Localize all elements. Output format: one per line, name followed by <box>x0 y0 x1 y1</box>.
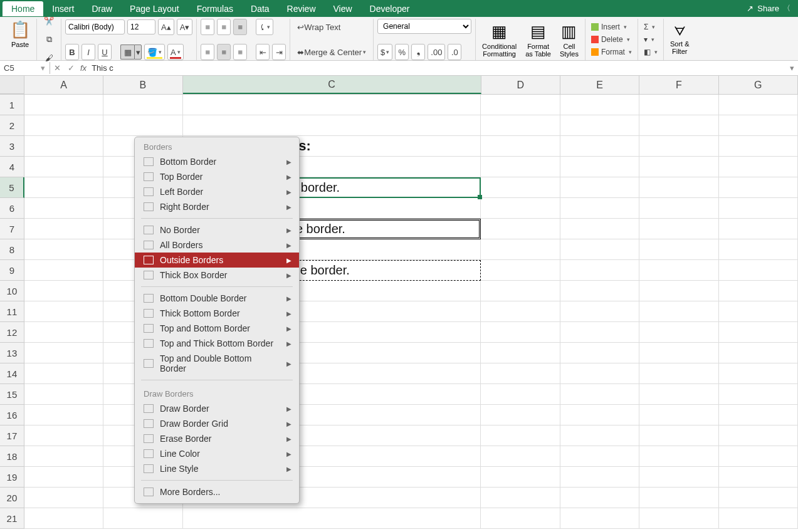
cancel-formula-button[interactable]: ✕ <box>50 63 64 73</box>
cell-F18[interactable] <box>639 446 718 467</box>
cell-G7[interactable] <box>719 219 798 239</box>
cell-A1[interactable] <box>24 95 103 115</box>
cell-E15[interactable] <box>560 384 639 405</box>
cell-D3[interactable] <box>481 136 560 157</box>
underline-button[interactable]: U <box>98 44 112 60</box>
cell-E3[interactable] <box>560 136 639 157</box>
column-header-F[interactable]: F <box>639 76 718 94</box>
cell-E4[interactable] <box>560 157 639 177</box>
cell-E11[interactable] <box>560 301 639 322</box>
cell-A12[interactable] <box>24 322 103 343</box>
wrap-text-button[interactable]: ↩ Wrap Text <box>294 19 344 35</box>
formula-content[interactable]: This c <box>89 63 113 73</box>
border-menu-item-bottom-double-border[interactable]: Bottom Double Border▶ <box>135 291 299 306</box>
format-as-table-button[interactable]: ▤ Format as Table <box>523 21 554 59</box>
decrease-decimal-button[interactable]: .0 <box>448 44 461 60</box>
column-header-D[interactable]: D <box>481 76 560 94</box>
cell-E5[interactable] <box>560 177 639 198</box>
cell-G8[interactable] <box>719 239 798 260</box>
cell-A13[interactable] <box>24 343 103 363</box>
fill-button[interactable]: ▾▾ <box>642 34 659 45</box>
cell-A17[interactable] <box>24 425 103 446</box>
borders-button[interactable]: ▦ <box>120 44 134 60</box>
column-header-C[interactable]: C <box>183 76 481 94</box>
row-header-14[interactable]: 14 <box>0 363 24 384</box>
cell-D19[interactable] <box>481 467 560 488</box>
cell-A15[interactable] <box>24 384 103 405</box>
comma-button[interactable]: ❟ <box>411 44 425 60</box>
merge-center-button[interactable]: ⬌ Merge & Center ▾ <box>294 44 369 60</box>
decrease-font-button[interactable]: A▾ <box>177 19 193 35</box>
border-menu-item-top-border[interactable]: Top Border▶ <box>135 169 299 184</box>
cell-D4[interactable] <box>481 157 560 177</box>
cell-E20[interactable] <box>560 488 639 508</box>
italic-button[interactable]: I <box>81 44 95 60</box>
cell-G13[interactable] <box>719 343 798 363</box>
cell-G3[interactable] <box>719 136 798 157</box>
cell-F9[interactable] <box>639 260 718 281</box>
cell-G10[interactable] <box>719 281 798 301</box>
tab-data[interactable]: Data <box>242 1 278 16</box>
cell-D10[interactable] <box>481 281 560 301</box>
border-menu-item-left-border[interactable]: Left Border▶ <box>135 184 299 199</box>
cell-styles-button[interactable]: ▥ Cell Styles <box>557 21 581 59</box>
border-menu-item-outside-borders[interactable]: Outside Borders▶ <box>135 253 299 268</box>
cell-D21[interactable] <box>481 508 560 529</box>
increase-font-button[interactable]: A▴ <box>158 19 174 35</box>
cell-F10[interactable] <box>639 281 718 301</box>
tab-home[interactable]: Home <box>3 1 43 16</box>
cell-E6[interactable] <box>560 198 639 219</box>
cell-B21[interactable] <box>103 508 182 529</box>
column-header-B[interactable]: B <box>103 76 182 94</box>
cell-A9[interactable] <box>24 260 103 281</box>
cell-B1[interactable] <box>103 95 182 115</box>
tab-developer[interactable]: Developer <box>361 1 419 16</box>
row-header-20[interactable]: 20 <box>0 488 24 508</box>
row-header-2[interactable]: 2 <box>0 115 24 136</box>
share-button[interactable]: Share <box>757 4 779 13</box>
border-menu-item-no-border[interactable]: No Border▶ <box>135 222 299 237</box>
cell-F5[interactable] <box>639 177 718 198</box>
border-menu-item-bottom-border[interactable]: Bottom Border▶ <box>135 154 299 169</box>
font-color-button[interactable]: A▾ <box>167 44 184 60</box>
row-header-1[interactable]: 1 <box>0 95 24 115</box>
cell-F1[interactable] <box>639 95 718 115</box>
cell-D20[interactable] <box>481 488 560 508</box>
cell-G14[interactable] <box>719 363 798 384</box>
cell-G16[interactable] <box>719 405 798 425</box>
align-middle-button[interactable]: ≡ <box>217 19 231 35</box>
cell-A18[interactable] <box>24 446 103 467</box>
cell-D1[interactable] <box>481 95 560 115</box>
cell-E8[interactable] <box>560 239 639 260</box>
row-header-17[interactable]: 17 <box>0 425 24 446</box>
border-menu-item-draw-border[interactable]: Draw Border▶ <box>135 401 299 416</box>
cell-E13[interactable] <box>560 343 639 363</box>
row-header-7[interactable]: 7 <box>0 219 24 239</box>
confirm-formula-button[interactable]: ✓ <box>64 63 78 73</box>
tab-review[interactable]: Review <box>278 1 325 16</box>
conditional-formatting-button[interactable]: ▦ Conditional Formatting <box>480 21 519 59</box>
align-right-button[interactable]: ≡ <box>233 44 247 60</box>
expand-formula-bar-button[interactable]: ▾ <box>790 63 798 73</box>
cell-G1[interactable] <box>719 95 798 115</box>
border-menu-item-draw-border-grid[interactable]: Draw Border Grid▶ <box>135 416 299 431</box>
cell-G18[interactable] <box>719 446 798 467</box>
cell-E10[interactable] <box>560 281 639 301</box>
cell-F4[interactable] <box>639 157 718 177</box>
collapse-ribbon-icon[interactable]: 〈 <box>783 3 790 14</box>
row-header-5[interactable]: 5 <box>0 177 24 198</box>
sort-filter-button[interactable]: ᗊ Sort & Filter <box>668 23 692 56</box>
format-cells-button[interactable]: Format ▾ <box>589 46 634 58</box>
cell-A20[interactable] <box>24 488 103 508</box>
cell-G9[interactable] <box>719 260 798 281</box>
bold-button[interactable]: B <box>65 44 79 60</box>
cell-A19[interactable] <box>24 467 103 488</box>
cell-A4[interactable] <box>24 157 103 177</box>
cell-F16[interactable] <box>639 405 718 425</box>
cell-A2[interactable] <box>24 115 103 136</box>
cell-E1[interactable] <box>560 95 639 115</box>
cell-D7[interactable] <box>481 219 560 239</box>
cell-D12[interactable] <box>481 322 560 343</box>
row-header-15[interactable]: 15 <box>0 384 24 405</box>
cell-C1[interactable] <box>183 95 481 115</box>
